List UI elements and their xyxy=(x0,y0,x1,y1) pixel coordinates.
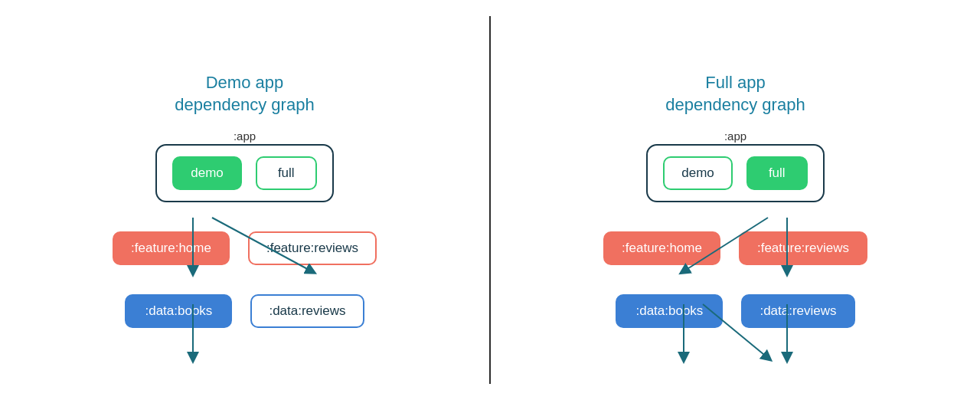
demo-app-container: demo full xyxy=(155,144,334,202)
full-feature-layer: :feature:home :feature:reviews xyxy=(603,231,867,265)
full-node-full: full xyxy=(746,156,808,190)
demo-feature-layer: :feature:home :feature:reviews xyxy=(113,231,377,265)
full-app-container: demo full xyxy=(646,144,825,202)
demo-node-demo: demo xyxy=(172,156,242,190)
demo-node-data-books: :data:books xyxy=(125,294,232,328)
full-node-data-books: :data:books xyxy=(616,294,723,328)
full-diagram: Full appdependency graph xyxy=(491,0,980,400)
demo-app-layer: :app demo full xyxy=(155,130,334,202)
main-container: Demo appdependency graph xyxy=(0,0,980,400)
demo-node-feature-reviews: :feature:reviews xyxy=(248,231,377,265)
full-graph: :app demo full :feature:home :feature:re… xyxy=(603,130,867,328)
demo-node-full: full xyxy=(256,156,317,190)
full-data-layer: :data:books :data:reviews xyxy=(616,294,854,328)
demo-feature-row: :feature:home :feature:reviews xyxy=(113,231,377,265)
demo-diagram: Demo appdependency graph xyxy=(0,0,489,400)
full-app-label: :app xyxy=(724,130,746,143)
full-node-data-reviews: :data:reviews xyxy=(741,294,854,328)
full-node-feature-reviews: :feature:reviews xyxy=(739,231,867,265)
full-feature-row: :feature:home :feature:reviews xyxy=(603,231,867,265)
demo-data-layer: :data:books :data:reviews xyxy=(125,294,364,328)
demo-title: Demo appdependency graph xyxy=(175,72,314,116)
full-title: Full appdependency graph xyxy=(665,72,805,116)
full-node-demo: demo xyxy=(663,156,733,190)
full-node-feature-home: :feature:home xyxy=(603,231,720,265)
demo-data-row: :data:books :data:reviews xyxy=(125,294,364,328)
full-data-row: :data:books :data:reviews xyxy=(616,294,854,328)
demo-node-feature-home: :feature:home xyxy=(113,231,230,265)
full-app-layer: :app demo full xyxy=(646,130,825,202)
demo-graph: :app demo full :feature:home :feature:re… xyxy=(113,130,377,328)
demo-app-label: :app xyxy=(234,130,256,143)
demo-node-data-reviews: :data:reviews xyxy=(250,294,364,328)
